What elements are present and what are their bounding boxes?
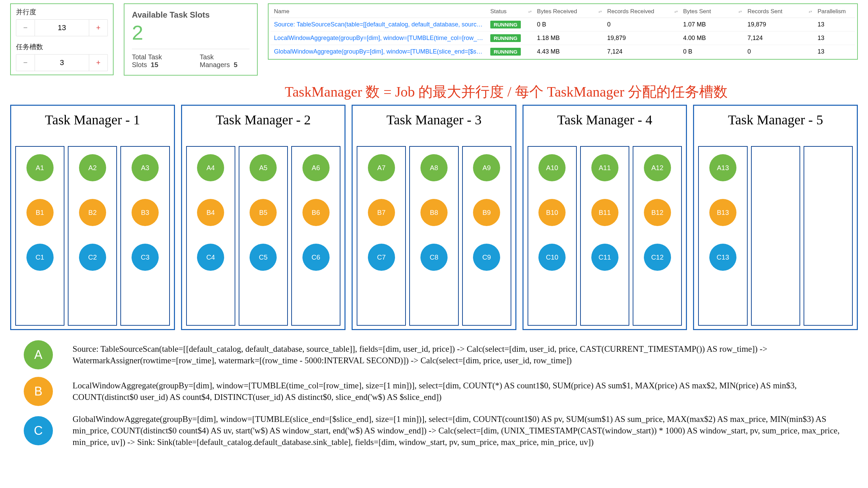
subtask-circle: C9 [473,244,500,271]
col-bytes-received[interactable]: Bytes Received▴▾ [534,5,604,18]
records-received: 7,124 [604,45,680,59]
slots-row: A10B10C10A11B11C11A12B12C12 [528,146,682,326]
subtask-circle: B1 [26,199,54,226]
table-row[interactable]: Source: TableSourceScan(table=[[default_… [271,18,855,32]
legend-circle-b: B [24,377,53,406]
legend-text-b: LocalWindowAggregate(groupBy=[dim], wind… [73,380,846,403]
table-row[interactable]: GlobalWindowAggregate(groupBy=[dim], win… [271,45,855,59]
subtask-circle: A13 [709,154,736,181]
legend-row-a: A Source: TableSourceScan(table=[[defaul… [10,340,858,369]
sort-icon[interactable]: ▴▾ [674,10,678,13]
task-slot: A10B10C10 [528,146,577,326]
slots-value[interactable]: 3 [35,55,89,71]
subtask-circle: C1 [26,244,54,271]
formula-text: TaskManager 数 = Job 的最大并行度 / 每个 TaskMana… [285,82,858,101]
tm-title: Task Manager - 4 [528,112,682,128]
subtask-circle: B4 [197,199,224,226]
subtask-circle: C7 [368,244,395,271]
table-row[interactable]: LocalWindowAggregate(groupBy=[dim], wind… [271,32,855,45]
subtask-circle: B9 [473,199,500,226]
tm-title: Task Manager - 2 [186,112,341,128]
legend-row-b: B LocalWindowAggregate(groupBy=[dim], wi… [10,377,858,406]
subtask-circle: A6 [302,154,330,181]
slots-label: 任务槽数 [16,42,108,52]
subtask-circle: C13 [709,244,736,271]
plus-icon[interactable]: + [89,20,107,36]
parallelism-value[interactable]: 13 [35,20,89,36]
task-managers-count: Task Managers 5 [200,53,250,69]
op-status: RUNNING [487,45,534,59]
task-slot: A8B8C8 [409,146,458,326]
bytes-received: 4.43 MB [534,45,604,59]
op-status: RUNNING [487,18,534,32]
slots-row: A7B7C7A8B8C8A9B9C9 [357,146,511,326]
task-managers-row: Task Manager - 1A1B1C1A2B2C2A3B3C3Task M… [10,105,858,330]
bytes-received: 1.18 MB [534,32,604,45]
parallelism-label: 并行度 [16,7,108,17]
op-status: RUNNING [487,32,534,45]
subtask-circle: C6 [302,244,330,271]
subtask-circle: C5 [250,244,277,271]
sort-icon[interactable]: ▴▾ [738,10,742,13]
parallelism: 13 [814,45,855,59]
subtask-circle: C10 [538,244,566,271]
minus-icon[interactable]: − [16,20,35,36]
available-slots-value: 2 [132,22,250,44]
sort-icon[interactable]: ▴▾ [809,10,812,13]
col-bytes-sent[interactable]: Bytes Sent▴▾ [680,5,744,18]
status-badge: RUNNING [490,34,521,42]
task-slot: A13B13C13 [698,146,747,326]
op-name[interactable]: LocalWindowAggregate(groupBy=[dim], wind… [271,32,487,45]
subtask-circle: A8 [420,154,448,181]
legend: A Source: TableSourceScan(table=[[defaul… [10,340,858,448]
subtask-circle: B6 [302,199,330,226]
table-header-row: Name Status▴▾ Bytes Received▴▾ Records R… [271,5,855,18]
task-manager: Task Manager - 2A4B4C4A5B5C5A6B6C6 [181,105,346,330]
task-slot [804,146,853,326]
parallelism-group: 并行度 − 13 + [16,7,108,36]
subtask-circle: B3 [132,199,159,226]
slots-row: A4B4C4A5B5C5A6B6C6 [186,146,341,326]
subtask-circle: B11 [591,199,618,226]
subtask-circle: A12 [644,154,671,181]
subtask-circle: A1 [26,154,54,181]
sort-icon[interactable]: ▴▾ [528,10,532,13]
col-records-sent[interactable]: Records Sent▴▾ [744,5,814,18]
col-records-received[interactable]: Records Received▴▾ [604,5,680,18]
status-badge: RUNNING [490,21,521,28]
task-slot: A3B3C3 [120,146,170,326]
total-slots: Total Task Slots 15 [132,53,186,69]
subtask-circle: A5 [250,154,277,181]
subtask-circle: C8 [420,244,448,271]
col-name[interactable]: Name [271,5,487,18]
available-slots-title: Available Task Slots [132,10,250,20]
op-name[interactable]: GlobalWindowAggregate(groupBy=[dim], win… [271,45,487,59]
col-parallelism[interactable]: Parallelism [814,5,855,18]
task-slot [751,146,800,326]
sort-icon[interactable]: ▴▾ [598,10,602,13]
task-manager: Task Manager - 3A7B7C7A8B8C8A9B9C9 [352,105,516,330]
task-slot: A11B11C11 [580,146,629,326]
subtask-circle: B12 [644,199,671,226]
plus-icon[interactable]: + [89,55,107,71]
slots-row: A1B1C1A2B2C2A3B3C3 [15,146,170,326]
col-status[interactable]: Status▴▾ [487,5,534,18]
records-sent: 19,879 [744,18,814,32]
task-manager: Task Manager - 5A13B13C13 [693,105,858,330]
minus-icon[interactable]: − [16,55,35,71]
slots-stepper[interactable]: − 3 + [16,54,108,71]
subtask-circle: C12 [644,244,671,271]
subtask-circle: A9 [473,154,500,181]
legend-text-c: GlobalWindowAggregate(groupBy=[dim], win… [73,413,846,448]
parallelism-stepper[interactable]: − 13 + [16,19,108,36]
subtask-circle: A7 [368,154,395,181]
subtask-circle: C4 [197,244,224,271]
bytes-sent: 0 B [680,45,744,59]
op-name[interactable]: Source: TableSourceScan(table=[[default_… [271,18,487,32]
subtask-circle: C2 [79,244,106,271]
tm-title: Task Manager - 1 [15,112,170,128]
subtask-circle: A3 [132,154,159,181]
status-badge: RUNNING [490,48,521,56]
records-received: 0 [604,18,680,32]
slots-group: 任务槽数 − 3 + [16,42,108,71]
